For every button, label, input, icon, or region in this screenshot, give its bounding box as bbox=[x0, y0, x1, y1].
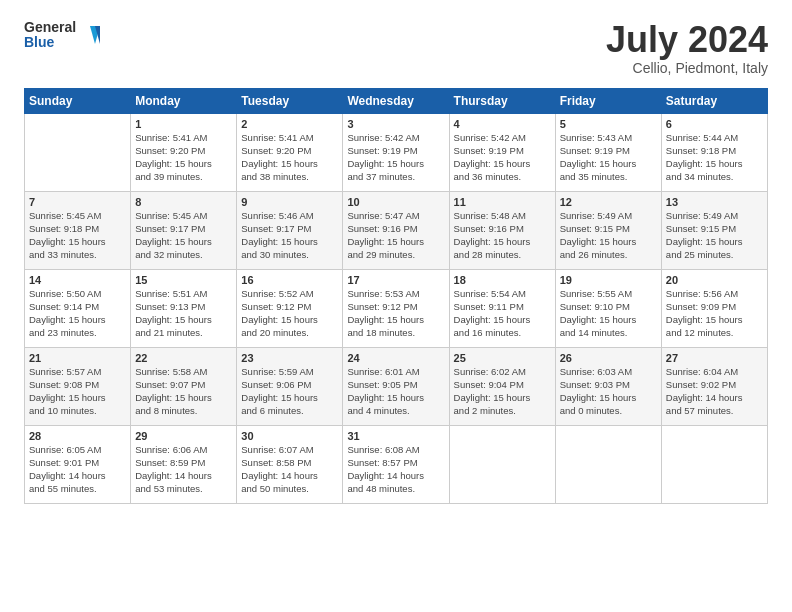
calendar-cell: 11Sunrise: 5:48 AM Sunset: 9:16 PM Dayli… bbox=[449, 191, 555, 269]
day-number: 2 bbox=[241, 117, 338, 132]
day-number: 7 bbox=[29, 195, 126, 210]
day-info: Sunrise: 5:49 AM Sunset: 9:15 PM Dayligh… bbox=[666, 210, 763, 261]
calendar-cell bbox=[555, 425, 661, 503]
day-number: 27 bbox=[666, 351, 763, 366]
day-number: 8 bbox=[135, 195, 232, 210]
calendar-cell: 27Sunrise: 6:04 AM Sunset: 9:02 PM Dayli… bbox=[661, 347, 767, 425]
day-info: Sunrise: 5:43 AM Sunset: 9:19 PM Dayligh… bbox=[560, 132, 657, 183]
day-number: 24 bbox=[347, 351, 444, 366]
day-info: Sunrise: 6:06 AM Sunset: 8:59 PM Dayligh… bbox=[135, 444, 232, 495]
calendar-cell: 31Sunrise: 6:08 AM Sunset: 8:57 PM Dayli… bbox=[343, 425, 449, 503]
day-info: Sunrise: 5:50 AM Sunset: 9:14 PM Dayligh… bbox=[29, 288, 126, 339]
day-number: 15 bbox=[135, 273, 232, 288]
calendar-cell: 28Sunrise: 6:05 AM Sunset: 9:01 PM Dayli… bbox=[25, 425, 131, 503]
day-info: Sunrise: 5:42 AM Sunset: 9:19 PM Dayligh… bbox=[454, 132, 551, 183]
day-info: Sunrise: 5:41 AM Sunset: 9:20 PM Dayligh… bbox=[241, 132, 338, 183]
calendar-cell bbox=[661, 425, 767, 503]
calendar-week-row: 7Sunrise: 5:45 AM Sunset: 9:18 PM Daylig… bbox=[25, 191, 768, 269]
logo-text: General Blue bbox=[24, 20, 76, 51]
calendar-cell: 9Sunrise: 5:46 AM Sunset: 9:17 PM Daylig… bbox=[237, 191, 343, 269]
day-info: Sunrise: 5:41 AM Sunset: 9:20 PM Dayligh… bbox=[135, 132, 232, 183]
calendar-cell: 16Sunrise: 5:52 AM Sunset: 9:12 PM Dayli… bbox=[237, 269, 343, 347]
day-number: 6 bbox=[666, 117, 763, 132]
day-info: Sunrise: 5:45 AM Sunset: 9:18 PM Dayligh… bbox=[29, 210, 126, 261]
col-friday: Friday bbox=[555, 88, 661, 113]
day-number: 20 bbox=[666, 273, 763, 288]
month-title: July 2024 bbox=[606, 20, 768, 60]
calendar-cell: 5Sunrise: 5:43 AM Sunset: 9:19 PM Daylig… bbox=[555, 113, 661, 191]
calendar-cell: 12Sunrise: 5:49 AM Sunset: 9:15 PM Dayli… bbox=[555, 191, 661, 269]
col-saturday: Saturday bbox=[661, 88, 767, 113]
day-info: Sunrise: 5:51 AM Sunset: 9:13 PM Dayligh… bbox=[135, 288, 232, 339]
logo-arrow-icon bbox=[80, 24, 102, 46]
calendar-cell bbox=[449, 425, 555, 503]
calendar-week-row: 1Sunrise: 5:41 AM Sunset: 9:20 PM Daylig… bbox=[25, 113, 768, 191]
calendar-cell: 20Sunrise: 5:56 AM Sunset: 9:09 PM Dayli… bbox=[661, 269, 767, 347]
calendar-week-row: 28Sunrise: 6:05 AM Sunset: 9:01 PM Dayli… bbox=[25, 425, 768, 503]
day-number: 9 bbox=[241, 195, 338, 210]
day-info: Sunrise: 6:04 AM Sunset: 9:02 PM Dayligh… bbox=[666, 366, 763, 417]
calendar-cell: 4Sunrise: 5:42 AM Sunset: 9:19 PM Daylig… bbox=[449, 113, 555, 191]
day-info: Sunrise: 5:59 AM Sunset: 9:06 PM Dayligh… bbox=[241, 366, 338, 417]
header-row: Sunday Monday Tuesday Wednesday Thursday… bbox=[25, 88, 768, 113]
calendar-cell: 25Sunrise: 6:02 AM Sunset: 9:04 PM Dayli… bbox=[449, 347, 555, 425]
calendar-body: 1Sunrise: 5:41 AM Sunset: 9:20 PM Daylig… bbox=[25, 113, 768, 503]
day-info: Sunrise: 6:03 AM Sunset: 9:03 PM Dayligh… bbox=[560, 366, 657, 417]
calendar-cell: 21Sunrise: 5:57 AM Sunset: 9:08 PM Dayli… bbox=[25, 347, 131, 425]
day-info: Sunrise: 5:42 AM Sunset: 9:19 PM Dayligh… bbox=[347, 132, 444, 183]
header: General Blue July 2024 Cellio, Piedmont,… bbox=[24, 20, 768, 76]
day-number: 4 bbox=[454, 117, 551, 132]
calendar-cell: 2Sunrise: 5:41 AM Sunset: 9:20 PM Daylig… bbox=[237, 113, 343, 191]
day-number: 31 bbox=[347, 429, 444, 444]
day-number: 25 bbox=[454, 351, 551, 366]
title-block: July 2024 Cellio, Piedmont, Italy bbox=[606, 20, 768, 76]
logo-line2: Blue bbox=[24, 35, 76, 50]
calendar-cell: 18Sunrise: 5:54 AM Sunset: 9:11 PM Dayli… bbox=[449, 269, 555, 347]
calendar-cell: 17Sunrise: 5:53 AM Sunset: 9:12 PM Dayli… bbox=[343, 269, 449, 347]
calendar-cell: 8Sunrise: 5:45 AM Sunset: 9:17 PM Daylig… bbox=[131, 191, 237, 269]
day-number: 16 bbox=[241, 273, 338, 288]
col-thursday: Thursday bbox=[449, 88, 555, 113]
day-info: Sunrise: 5:53 AM Sunset: 9:12 PM Dayligh… bbox=[347, 288, 444, 339]
calendar-cell bbox=[25, 113, 131, 191]
calendar-cell: 13Sunrise: 5:49 AM Sunset: 9:15 PM Dayli… bbox=[661, 191, 767, 269]
day-number: 26 bbox=[560, 351, 657, 366]
day-info: Sunrise: 5:55 AM Sunset: 9:10 PM Dayligh… bbox=[560, 288, 657, 339]
day-info: Sunrise: 6:01 AM Sunset: 9:05 PM Dayligh… bbox=[347, 366, 444, 417]
page-container: General Blue July 2024 Cellio, Piedmont,… bbox=[0, 0, 792, 520]
day-info: Sunrise: 6:05 AM Sunset: 9:01 PM Dayligh… bbox=[29, 444, 126, 495]
calendar-cell: 29Sunrise: 6:06 AM Sunset: 8:59 PM Dayli… bbox=[131, 425, 237, 503]
col-monday: Monday bbox=[131, 88, 237, 113]
day-number: 23 bbox=[241, 351, 338, 366]
day-info: Sunrise: 5:47 AM Sunset: 9:16 PM Dayligh… bbox=[347, 210, 444, 261]
day-number: 29 bbox=[135, 429, 232, 444]
day-number: 19 bbox=[560, 273, 657, 288]
day-number: 5 bbox=[560, 117, 657, 132]
calendar-cell: 10Sunrise: 5:47 AM Sunset: 9:16 PM Dayli… bbox=[343, 191, 449, 269]
day-number: 1 bbox=[135, 117, 232, 132]
calendar-cell: 1Sunrise: 5:41 AM Sunset: 9:20 PM Daylig… bbox=[131, 113, 237, 191]
col-sunday: Sunday bbox=[25, 88, 131, 113]
day-info: Sunrise: 5:54 AM Sunset: 9:11 PM Dayligh… bbox=[454, 288, 551, 339]
calendar-cell: 6Sunrise: 5:44 AM Sunset: 9:18 PM Daylig… bbox=[661, 113, 767, 191]
day-info: Sunrise: 6:08 AM Sunset: 8:57 PM Dayligh… bbox=[347, 444, 444, 495]
col-tuesday: Tuesday bbox=[237, 88, 343, 113]
calendar-table: Sunday Monday Tuesday Wednesday Thursday… bbox=[24, 88, 768, 504]
day-info: Sunrise: 6:07 AM Sunset: 8:58 PM Dayligh… bbox=[241, 444, 338, 495]
day-number: 3 bbox=[347, 117, 444, 132]
day-number: 28 bbox=[29, 429, 126, 444]
calendar-cell: 3Sunrise: 5:42 AM Sunset: 9:19 PM Daylig… bbox=[343, 113, 449, 191]
calendar-cell: 23Sunrise: 5:59 AM Sunset: 9:06 PM Dayli… bbox=[237, 347, 343, 425]
day-number: 13 bbox=[666, 195, 763, 210]
logo-line1: General bbox=[24, 20, 76, 35]
day-info: Sunrise: 5:44 AM Sunset: 9:18 PM Dayligh… bbox=[666, 132, 763, 183]
day-number: 22 bbox=[135, 351, 232, 366]
logo: General Blue bbox=[24, 20, 102, 51]
day-info: Sunrise: 5:56 AM Sunset: 9:09 PM Dayligh… bbox=[666, 288, 763, 339]
day-number: 14 bbox=[29, 273, 126, 288]
day-info: Sunrise: 5:58 AM Sunset: 9:07 PM Dayligh… bbox=[135, 366, 232, 417]
calendar-cell: 24Sunrise: 6:01 AM Sunset: 9:05 PM Dayli… bbox=[343, 347, 449, 425]
day-info: Sunrise: 5:57 AM Sunset: 9:08 PM Dayligh… bbox=[29, 366, 126, 417]
col-wednesday: Wednesday bbox=[343, 88, 449, 113]
calendar-cell: 7Sunrise: 5:45 AM Sunset: 9:18 PM Daylig… bbox=[25, 191, 131, 269]
